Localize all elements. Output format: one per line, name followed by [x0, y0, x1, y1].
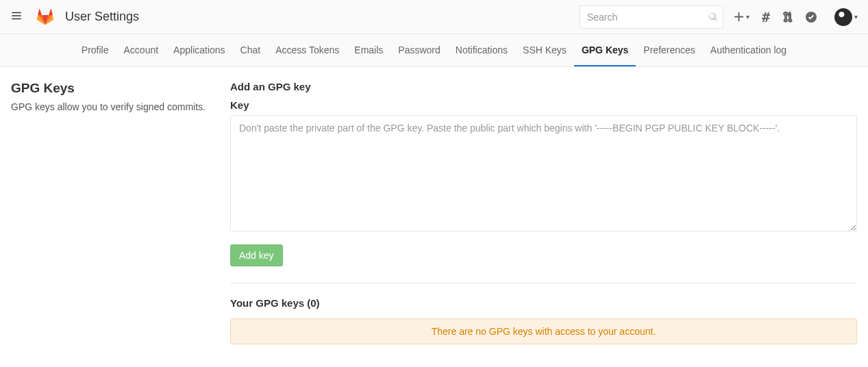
- empty-keys-alert: There are no GPG keys with access to you…: [230, 318, 857, 344]
- subnav-chat[interactable]: Chat: [233, 34, 269, 66]
- section-heading: GPG Keys: [11, 81, 216, 96]
- subnav-profile[interactable]: Profile: [74, 34, 116, 66]
- merge-requests-link[interactable]: [782, 12, 793, 23]
- divider: [230, 283, 857, 283]
- subnav-emails[interactable]: Emails: [347, 34, 390, 66]
- key-field-label: Key: [230, 99, 857, 111]
- gitlab-logo[interactable]: [36, 8, 54, 26]
- caret-down-icon: ▾: [746, 13, 749, 21]
- section-description: GPG Keys GPG keys allow you to verify si…: [11, 81, 230, 344]
- todos-link[interactable]: [806, 12, 817, 23]
- hamburger-menu[interactable]: [10, 6, 29, 27]
- hash-icon: #: [762, 9, 770, 25]
- svg-point-0: [784, 12, 786, 14]
- search-container: [580, 5, 723, 29]
- check-circle-icon: [806, 12, 817, 23]
- user-avatar: [834, 8, 852, 26]
- search-input[interactable]: [580, 5, 723, 29]
- subnav-access-tokens[interactable]: Access Tokens: [268, 34, 347, 66]
- form-title: Add an GPG key: [230, 81, 857, 92]
- content: GPG Keys GPG keys allow you to verify si…: [0, 67, 868, 358]
- subnav-ssh-keys[interactable]: SSH Keys: [515, 34, 574, 66]
- subnav-gpg-keys[interactable]: GPG Keys: [574, 34, 636, 66]
- main-panel: Add an GPG key Key Add key Your GPG keys…: [230, 81, 857, 344]
- section-text: GPG keys allow you to verify signed comm…: [11, 100, 216, 114]
- issues-link[interactable]: #: [762, 9, 770, 25]
- subnav-preferences[interactable]: Preferences: [636, 34, 702, 66]
- subnav-applications[interactable]: Applications: [166, 34, 233, 66]
- caret-down-icon: ▾: [854, 13, 858, 21]
- settings-subnav: Profile Account Applications Chat Access…: [0, 34, 868, 67]
- subnav-password[interactable]: Password: [390, 34, 447, 66]
- new-dropdown[interactable]: ▾: [734, 12, 749, 22]
- user-menu[interactable]: ▾: [834, 8, 858, 26]
- gitlab-logo-icon: [36, 8, 54, 26]
- subnav-notifications[interactable]: Notifications: [448, 34, 515, 66]
- subnav-authentication-log[interactable]: Authentication log: [703, 34, 794, 66]
- hamburger-icon: [10, 10, 23, 22]
- svg-point-1: [784, 19, 786, 21]
- keys-list-heading: Your GPG keys (0): [230, 297, 857, 309]
- add-key-button[interactable]: Add key: [230, 244, 283, 266]
- merge-request-icon: [782, 12, 793, 23]
- subnav-account[interactable]: Account: [116, 34, 166, 66]
- page-title: User Settings: [65, 10, 139, 24]
- topbar: User Settings ▾ # ▾: [0, 0, 868, 34]
- plus-icon: [734, 12, 744, 22]
- gpg-key-textarea[interactable]: [230, 115, 857, 231]
- svg-point-2: [789, 19, 791, 21]
